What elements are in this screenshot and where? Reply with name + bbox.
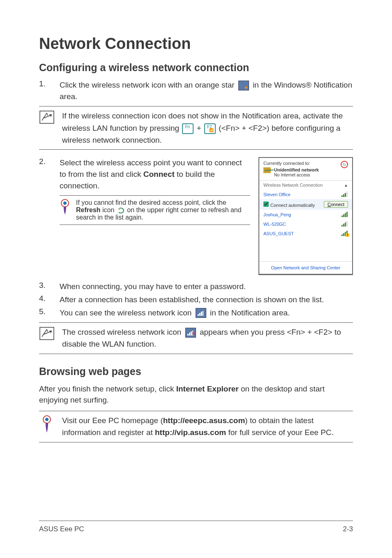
step-5: 5. You can see the wireless network icon… bbox=[39, 307, 353, 319]
connect-row: Connect automatically Connect bbox=[259, 199, 352, 210]
step-3: 3. When connecting, you may have to ente… bbox=[39, 281, 353, 292]
tip-icon bbox=[60, 199, 70, 215]
popup-unidentified-title: Unidentified network bbox=[274, 167, 319, 172]
section-heading-config: Configuring a wireless network connectio… bbox=[39, 62, 353, 74]
refresh-bold: Refresh bbox=[76, 206, 101, 213]
f2-key-icon: F2📶 bbox=[204, 123, 216, 134]
popup-wnc-label: Wireless Network Connection bbox=[263, 183, 323, 188]
text: You can see the wireless network icon bbox=[60, 308, 194, 317]
step-text: Select the wireless access point you wan… bbox=[60, 157, 250, 191]
text: Visit our Eee PC homepage ( bbox=[62, 416, 163, 425]
url-bold-2: http://vip.asus.com bbox=[155, 428, 226, 437]
popup-refresh-button[interactable]: ↻ bbox=[341, 161, 348, 168]
connect-bold: Connect bbox=[143, 170, 175, 178]
step-text: You can see the wireless network icon in… bbox=[60, 307, 353, 319]
note-homepage: Visit our Eee PC homepage (http://eeepc.… bbox=[39, 411, 353, 442]
note-text: Visit our Eee PC homepage (http://eeepc.… bbox=[62, 414, 353, 439]
step-number: 1. bbox=[39, 79, 48, 102]
wireless-star-icon bbox=[238, 81, 249, 90]
svg-point-2 bbox=[63, 201, 67, 205]
note-text: If the wireless connection icon does not… bbox=[62, 110, 353, 146]
section-heading-browsing: Browsing web pages bbox=[39, 366, 353, 377]
signal-icon bbox=[341, 192, 348, 197]
signal-icon bbox=[341, 212, 348, 217]
note-crossed-icon: The crossed wireless network icon appear… bbox=[39, 322, 353, 354]
network-item[interactable]: Joshua_Peng bbox=[259, 210, 352, 219]
text: for full service of your Eee PC. bbox=[226, 428, 334, 437]
wireless-bars-icon bbox=[196, 308, 206, 318]
step-text: Click the wireless network icon with an … bbox=[60, 79, 353, 102]
network-status-icon bbox=[263, 167, 271, 173]
step-text: After a connection has been established,… bbox=[60, 294, 353, 306]
browsing-paragraph: After you finish the network setup, clic… bbox=[39, 383, 353, 406]
step-text: When connecting, you may have to enter a… bbox=[60, 281, 353, 292]
text: The crossed wireless network icon bbox=[62, 328, 184, 336]
step-number: 4. bbox=[39, 294, 48, 306]
note-fn-f2: If the wireless connection icon does not… bbox=[39, 106, 353, 150]
page-title: Network Connection bbox=[39, 35, 353, 53]
network-name: Joshua_Peng bbox=[263, 212, 291, 217]
step-4: 4. After a connection has been establish… bbox=[39, 294, 353, 306]
network-item[interactable]: Steven Office bbox=[259, 190, 352, 199]
refresh-icon bbox=[118, 208, 124, 213]
note-text: The crossed wireless network icon appear… bbox=[62, 326, 353, 350]
svg-point-5 bbox=[45, 418, 48, 421]
plus-text: + bbox=[197, 124, 203, 132]
text: Click the wireless network icon with an … bbox=[60, 81, 237, 89]
chevron-up-icon[interactable]: ▲ bbox=[344, 183, 348, 188]
step-number: 3. bbox=[39, 281, 48, 292]
step-2: 2. Select the wireless access point you … bbox=[39, 157, 250, 191]
network-name: ASUS_GUEST bbox=[263, 231, 294, 236]
footer-left: ASUS Eee PC bbox=[39, 525, 84, 533]
text: If you cannot find the desired access po… bbox=[76, 199, 226, 206]
step-1: 1. Click the wireless network icon with … bbox=[39, 79, 353, 102]
tip-refresh: If you cannot find the desired access po… bbox=[60, 195, 250, 225]
popup-unidentified-sub: No Internet access bbox=[274, 172, 319, 177]
wireless-crossed-icon bbox=[185, 328, 196, 338]
auto-connect-checkbox[interactable]: Connect automatically bbox=[263, 201, 315, 208]
note-icon bbox=[39, 111, 54, 124]
popup-currently-label: Currently connected to: bbox=[263, 161, 319, 166]
key-label: Fn bbox=[185, 125, 190, 129]
footer-right: 2-3 bbox=[343, 525, 353, 533]
network-popup: Currently connected to: Unidentified net… bbox=[258, 157, 353, 275]
connect-button[interactable]: Connect bbox=[324, 201, 348, 208]
network-item[interactable]: ASUS_GUEST bbox=[259, 229, 352, 238]
text: in the Notification area. bbox=[210, 308, 290, 317]
note-icon bbox=[39, 327, 54, 340]
ie-bold: Internet Explorer bbox=[176, 384, 239, 393]
step-number: 2. bbox=[39, 157, 48, 191]
tip-text: If you cannot find the desired access po… bbox=[76, 199, 250, 221]
text: icon bbox=[101, 206, 116, 213]
signal-icon bbox=[341, 221, 348, 227]
signal-icon bbox=[341, 231, 348, 236]
auto-connect-label: Connect automatically bbox=[270, 203, 315, 208]
connect-btn-rest: onnect bbox=[331, 202, 344, 207]
url-bold-1: http://eeepc.asus.com bbox=[163, 416, 245, 425]
network-name: Steven Office bbox=[263, 192, 291, 197]
network-item[interactable]: WL-520GC bbox=[259, 219, 352, 229]
tip-icon bbox=[42, 415, 52, 433]
svg-rect-0 bbox=[40, 111, 54, 123]
step-number: 5. bbox=[39, 307, 48, 319]
popup-footer-link[interactable]: Open Network and Sharing Center bbox=[259, 261, 352, 274]
svg-rect-3 bbox=[40, 327, 54, 340]
page-footer: ASUS Eee PC 2-3 bbox=[39, 521, 353, 533]
network-name: WL-520GC bbox=[263, 222, 286, 227]
fn-key-icon: Fn bbox=[182, 123, 194, 134]
text: After you finish the network setup, clic… bbox=[39, 384, 176, 393]
